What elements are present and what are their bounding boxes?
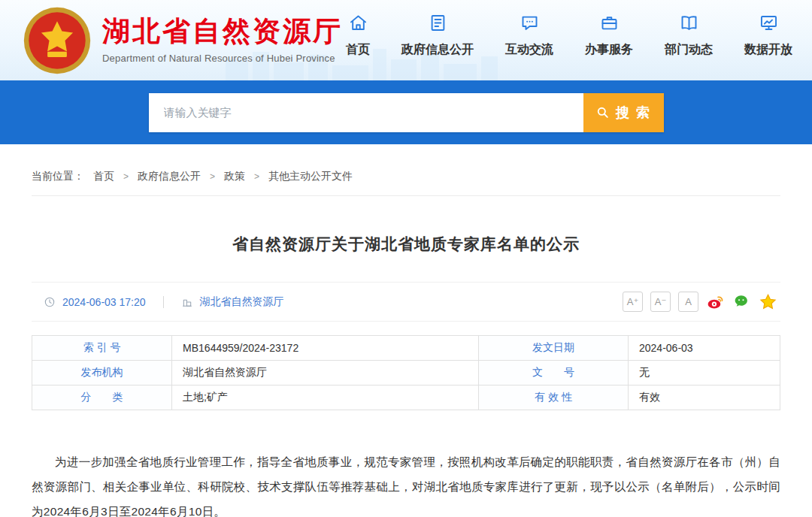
nav-label: 首页 [346,42,370,58]
breadcrumb-separator: > [254,171,259,182]
search-button-label: 搜 索 [616,104,651,122]
home-icon [348,13,368,36]
nav-item-home[interactable]: 首页 [346,13,370,58]
search-icon [595,105,610,119]
nav-label: 办事服务 [585,42,633,58]
nav-label: 部门动态 [665,42,713,58]
meta-label-index-number: 索 引 号 [32,336,172,361]
nav-label: 政府信息公开 [401,42,474,58]
meta-label-issuing-agency: 发布机构 [32,361,172,385]
briefcase-icon [599,13,620,36]
site-title-block: 湖北省自然资源厅 Department of Natural Resources… [102,17,343,64]
nav-item-department-news[interactable]: 部门动态 [665,13,713,58]
search-button[interactable]: 搜 索 [583,93,664,132]
meta-value-issue-date: 2024-06-03 [629,336,780,361]
meta-label-doc-number: 文 号 [479,361,629,385]
meta-value-issuing-agency: 湖北省自然资源厅 [172,361,479,385]
nav-item-gov-info[interactable]: 政府信息公开 [401,13,474,58]
meta-divider [163,296,164,308]
article-source[interactable]: 湖北省自然资源厅 [200,295,284,309]
breadcrumb-item-home[interactable]: 首页 [93,170,114,183]
article-meta-left: 2024-06-03 17:20 湖北省自然资源厅 [44,295,284,309]
meta-label-validity: 有 效 性 [479,385,629,410]
document-icon [428,13,448,36]
monitor-chart-icon [759,13,779,36]
article-title: 省自然资源厅关于湖北省地质专家库名单的公示 [32,234,780,255]
nav-label: 数据开放 [744,42,792,58]
breadcrumb-item-policy[interactable]: 政策 [224,170,245,183]
source-building-icon [181,296,193,308]
weibo-share-icon[interactable] [706,292,725,311]
meta-label-category: 分 类 [32,385,172,410]
table-row: 索 引 号 MB1644959/2024-23172 发文日期 2024-06-… [32,336,780,361]
search-bar: 搜 索 [0,80,812,144]
open-book-icon [679,13,699,36]
breadcrumb-separator: > [123,171,129,182]
site-header: 湖北省自然资源厅 Department of Natural Resources… [0,0,812,80]
main-content: 当前位置： 首页 > 政府信息公开 > 政策 > 其他主动公开文件 省自然资源厅… [0,144,812,517]
favorite-star-icon[interactable] [759,292,777,311]
nav-item-open-data[interactable]: 数据开放 [744,13,792,58]
site-title: 湖北省自然资源厅 [102,17,343,47]
main-nav: 首页 政府信息公开 互动交流 办事服务 部门动态 [346,13,792,58]
breadcrumb-separator: > [210,171,215,182]
breadcrumb: 当前位置： 首页 > 政府信息公开 > 政策 > 其他主动公开文件 [32,170,780,196]
font-size-increase-button[interactable]: A⁺ [623,292,643,312]
article-body-paragraph: 为进一步加强全省地质行业管理工作，指导全省地质事业，规范专家管理，按照机构改革后… [32,449,780,517]
breadcrumb-item-other-docs[interactable]: 其他主动公开文件 [268,170,353,183]
national-emblem-logo[interactable] [23,6,92,75]
nav-item-services[interactable]: 办事服务 [585,13,633,58]
site-subtitle: Department of Natural Resources of Hubei… [102,53,343,64]
breadcrumb-label: 当前位置： [32,170,84,183]
search-input[interactable] [149,93,583,132]
wechat-share-icon[interactable] [732,292,751,311]
clock-icon [44,296,56,308]
nav-item-interaction[interactable]: 互动交流 [505,13,553,58]
breadcrumb-item-gov-info[interactable]: 政府信息公开 [138,170,201,183]
table-row: 发布机构 湖北省自然资源厅 文 号 无 [32,361,780,385]
meta-value-index-number: MB1644959/2024-23172 [172,336,479,361]
search-box: 搜 索 [149,93,664,132]
publish-time: 2024-06-03 17:20 [62,296,146,308]
article-meta: 2024-06-03 17:20 湖北省自然资源厅 A⁺ A⁻ A [32,282,780,322]
nav-label: 互动交流 [505,42,553,58]
document-meta-table: 索 引 号 MB1644959/2024-23172 发文日期 2024-06-… [32,335,780,410]
chat-bubble-icon [520,13,540,36]
meta-value-category: 土地;矿产 [172,385,479,410]
meta-value-doc-number: 无 [629,361,780,385]
font-size-decrease-button[interactable]: A⁻ [650,292,671,312]
meta-label-issue-date: 发文日期 [479,336,629,361]
meta-value-validity: 有效 [629,385,780,410]
table-row: 分 类 土地;矿产 有 效 性 有效 [32,385,780,410]
font-size-reset-button[interactable]: A [678,292,698,312]
article-meta-right: A⁺ A⁻ A [623,292,777,312]
